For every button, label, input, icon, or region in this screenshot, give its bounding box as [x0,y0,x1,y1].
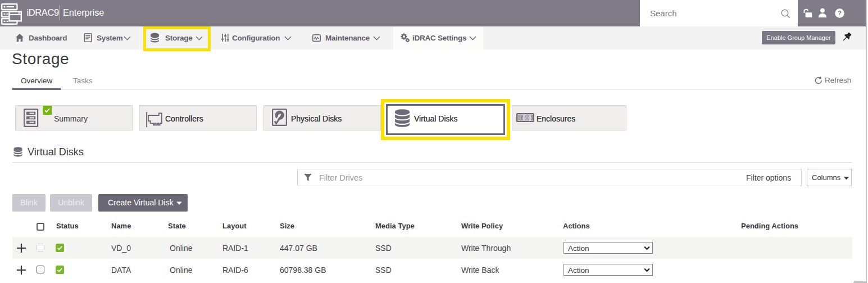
svg-text:?: ? [838,10,842,16]
